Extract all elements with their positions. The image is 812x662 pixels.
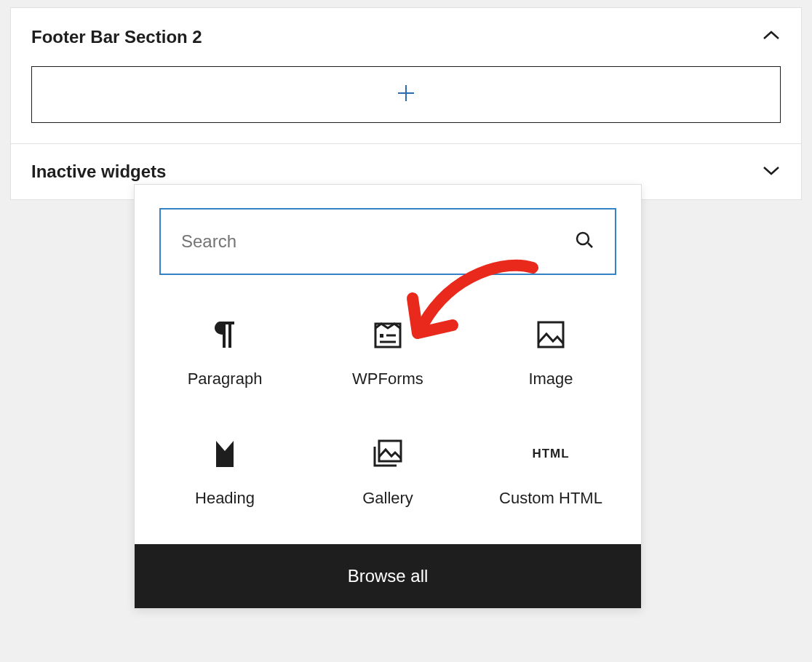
block-item-heading[interactable]: Heading (143, 423, 306, 522)
svg-rect-9 (379, 441, 401, 461)
search-input[interactable] (181, 231, 574, 252)
svg-point-2 (577, 233, 589, 244)
chevron-down-icon (762, 164, 781, 179)
html-icon: HTML (532, 438, 569, 470)
gallery-icon (372, 438, 404, 470)
block-label: Gallery (362, 489, 413, 508)
widget-area-panel: Footer Bar Section 2 (10, 7, 802, 144)
paragraph-icon (212, 319, 237, 351)
widget-area-title: Footer Bar Section 2 (31, 27, 202, 47)
chevron-up-icon (762, 30, 781, 44)
browse-all-button[interactable]: Browse all (135, 544, 641, 608)
search-icon (574, 230, 594, 253)
block-item-custom-html[interactable]: HTML Custom HTML (469, 423, 632, 522)
block-label: Image (528, 370, 573, 388)
block-label: Custom HTML (499, 489, 602, 508)
block-item-image[interactable]: Image (469, 304, 632, 403)
heading-icon (213, 438, 236, 470)
block-inserter-popover: Paragraph WPForms (134, 184, 642, 609)
block-grid: Paragraph WPForms (135, 290, 641, 544)
block-label: Paragraph (188, 370, 263, 388)
block-item-wpforms[interactable]: WPForms (306, 304, 469, 403)
svg-rect-8 (538, 322, 563, 347)
block-label: WPForms (352, 370, 423, 388)
plus-icon (396, 82, 416, 107)
svg-rect-5 (380, 334, 383, 338)
inactive-widgets-title: Inactive widgets (31, 161, 166, 182)
svg-line-3 (588, 243, 592, 247)
block-item-paragraph[interactable]: Paragraph (143, 304, 306, 403)
widget-area-header[interactable]: Footer Bar Section 2 (11, 8, 801, 66)
add-block-button[interactable] (31, 66, 781, 123)
block-item-gallery[interactable]: Gallery (306, 423, 469, 522)
inserter-search-wrap (135, 185, 641, 290)
wpforms-icon (373, 319, 403, 351)
image-icon (536, 319, 566, 351)
search-box[interactable] (159, 208, 616, 275)
block-label: Heading (195, 489, 255, 508)
